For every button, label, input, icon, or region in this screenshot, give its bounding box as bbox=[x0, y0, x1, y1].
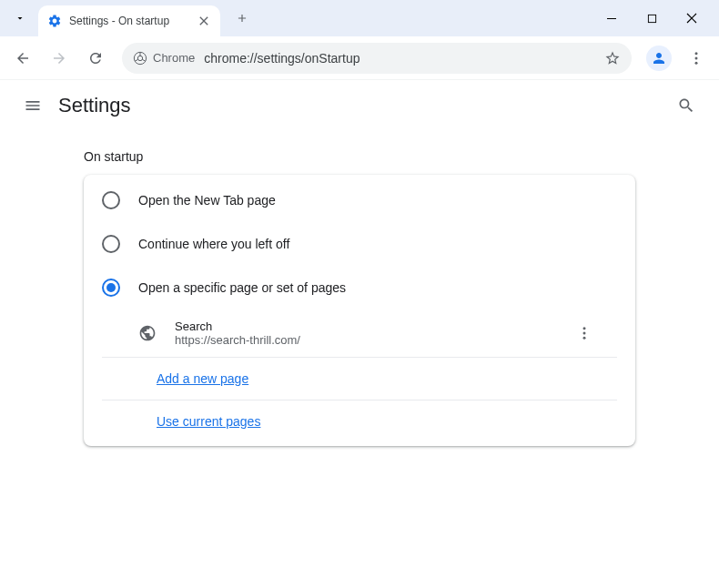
reload-button[interactable] bbox=[80, 43, 111, 74]
use-current-row: Use current pages bbox=[102, 400, 617, 442]
titlebar: Settings - On startup bbox=[0, 0, 719, 36]
minimize-button[interactable] bbox=[592, 4, 632, 33]
svg-point-3 bbox=[137, 56, 142, 60]
window-controls bbox=[592, 4, 712, 33]
browser-toolbar: Chrome chrome://settings/onStartup bbox=[0, 36, 719, 80]
radio-label: Open the New Tab page bbox=[138, 193, 276, 208]
svg-point-4 bbox=[695, 52, 698, 55]
radio-icon bbox=[102, 235, 120, 253]
more-vert-icon bbox=[576, 325, 592, 341]
chrome-chip-label: Chrome bbox=[153, 51, 195, 65]
reload-icon bbox=[87, 50, 104, 66]
browser-tab[interactable]: Settings - On startup bbox=[38, 5, 220, 36]
back-button[interactable] bbox=[7, 43, 38, 74]
arrow-left-icon bbox=[15, 50, 31, 66]
radio-label: Continue where you left off bbox=[138, 237, 289, 251]
svg-rect-0 bbox=[607, 18, 616, 19]
startup-page-row: Search https://search-thrill.com/ bbox=[102, 309, 617, 358]
radio-icon bbox=[102, 191, 120, 209]
add-page-link[interactable]: Add a new page bbox=[157, 371, 248, 386]
bookmark-star-icon[interactable] bbox=[604, 50, 621, 66]
page-title: Settings bbox=[58, 94, 131, 117]
settings-header: Settings bbox=[0, 80, 719, 131]
radio-icon bbox=[102, 279, 120, 297]
plus-icon bbox=[236, 12, 248, 25]
chrome-chip: Chrome bbox=[133, 51, 195, 66]
maximize-button[interactable] bbox=[632, 4, 672, 33]
gear-icon bbox=[47, 14, 62, 28]
close-icon bbox=[686, 13, 697, 24]
arrow-right-icon bbox=[51, 50, 67, 66]
chevron-down-icon bbox=[15, 13, 25, 24]
person-icon bbox=[651, 50, 667, 66]
browser-menu-button[interactable] bbox=[681, 43, 712, 74]
maximize-icon bbox=[647, 14, 657, 24]
url-text: chrome://settings/onStartup bbox=[204, 51, 604, 66]
settings-content: On startup Open the New Tab page Continu… bbox=[0, 131, 719, 446]
startup-page-title: Search bbox=[175, 319, 570, 333]
radio-option-new-tab[interactable]: Open the New Tab page bbox=[84, 178, 635, 222]
hamburger-icon bbox=[24, 96, 42, 115]
globe-icon bbox=[138, 324, 157, 342]
radio-option-specific-pages[interactable]: Open a specific page or set of pages bbox=[84, 266, 635, 309]
startup-page-url: https://search-thrill.com/ bbox=[175, 333, 570, 347]
svg-point-5 bbox=[695, 56, 698, 59]
profile-button[interactable] bbox=[646, 46, 672, 71]
page-more-button[interactable] bbox=[570, 319, 599, 348]
new-tab-button[interactable] bbox=[229, 5, 255, 31]
use-current-link[interactable]: Use current pages bbox=[157, 414, 260, 429]
svg-point-6 bbox=[695, 61, 698, 64]
forward-button[interactable] bbox=[44, 43, 75, 74]
svg-point-7 bbox=[583, 327, 586, 329]
chrome-logo-icon bbox=[133, 51, 147, 66]
address-bar[interactable]: Chrome chrome://settings/onStartup bbox=[122, 43, 632, 74]
more-vert-icon bbox=[688, 50, 704, 66]
radio-label: Open a specific page or set of pages bbox=[138, 280, 346, 295]
minimize-icon bbox=[606, 13, 617, 24]
radio-option-continue[interactable]: Continue where you left off bbox=[84, 222, 635, 266]
tab-title: Settings - On startup bbox=[69, 15, 197, 27]
svg-rect-1 bbox=[648, 15, 655, 22]
add-page-row: Add a new page bbox=[102, 358, 617, 400]
svg-point-8 bbox=[583, 332, 586, 335]
tab-search-dropdown[interactable] bbox=[7, 5, 33, 31]
svg-point-9 bbox=[583, 337, 586, 340]
menu-button[interactable] bbox=[15, 87, 51, 124]
search-settings-button[interactable] bbox=[668, 87, 704, 124]
close-window-button[interactable] bbox=[672, 4, 712, 33]
section-title: On startup bbox=[84, 149, 635, 164]
search-icon bbox=[677, 96, 695, 115]
close-icon[interactable] bbox=[197, 14, 211, 28]
startup-card: Open the New Tab page Continue where you… bbox=[84, 175, 635, 446]
